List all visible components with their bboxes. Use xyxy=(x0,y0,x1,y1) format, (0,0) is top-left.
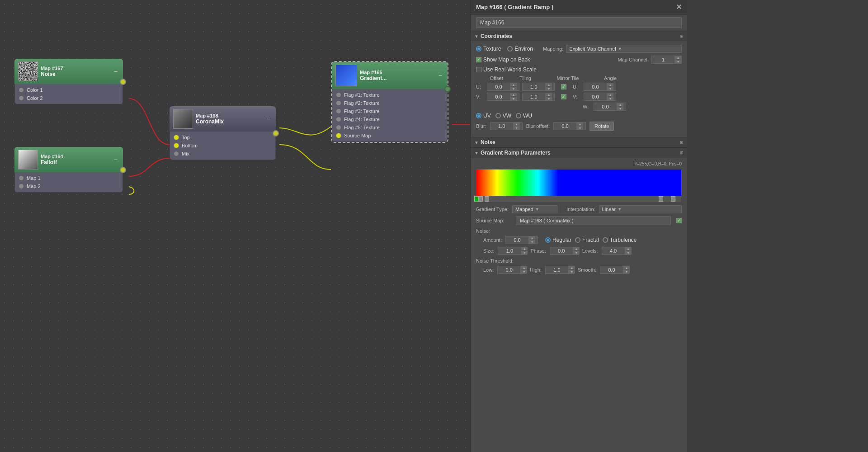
v-offset-spinner[interactable]: ▲ ▼ xyxy=(487,93,519,101)
falloff-output-socket[interactable] xyxy=(120,167,126,173)
map-channel-spinner[interactable]: ▲ ▼ xyxy=(651,56,682,64)
v-angle-spinner[interactable]: ▲ ▼ xyxy=(584,93,616,101)
show-map-back-checkbox[interactable]: ✓ Show Map on Back xyxy=(476,56,530,63)
u-tiling-input[interactable] xyxy=(523,83,545,90)
smooth-down[interactable]: ▼ xyxy=(623,270,630,273)
v-offset-down[interactable]: ▼ xyxy=(510,97,517,100)
gradient-stop-1[interactable] xyxy=(478,196,483,202)
coronamix-node-header[interactable]: Map #168 CoronaMix − xyxy=(170,106,276,132)
gradient-ramp-container[interactable] xyxy=(476,169,682,202)
phase-input[interactable] xyxy=(550,247,573,254)
gradient-flag3-socket[interactable] xyxy=(336,108,341,114)
panel-close-btn[interactable]: ✕ xyxy=(676,3,682,11)
noise-minimize-btn[interactable]: − xyxy=(112,67,119,76)
noise-output-socket[interactable] xyxy=(120,79,126,85)
regular-radio[interactable]: Regular xyxy=(545,237,571,243)
smooth-input[interactable] xyxy=(600,266,623,273)
gradient-type-dropdown[interactable]: Mapped ▼ xyxy=(512,205,557,213)
u-tiling-spinner[interactable]: ▲ ▼ xyxy=(522,83,555,91)
rotate-button[interactable]: Rotate xyxy=(590,122,614,131)
u-tiling-up[interactable]: ▲ xyxy=(546,83,552,87)
u-angle-input[interactable] xyxy=(584,83,607,90)
gradient-minimize-btn[interactable]: − xyxy=(437,71,444,80)
noise-node-header[interactable]: Map #167 Noise − xyxy=(14,59,123,84)
w-angle-input[interactable] xyxy=(594,103,617,110)
v-tiling-up[interactable]: ▲ xyxy=(546,93,552,97)
source-map-enabled[interactable]: ✓ xyxy=(676,218,682,223)
blur-offset-up[interactable]: ▲ xyxy=(577,122,583,126)
levels-down[interactable]: ▼ xyxy=(625,251,632,254)
blur-down[interactable]: ▼ xyxy=(514,126,520,130)
source-map-field[interactable]: Map #168 ( CoronaMix ) xyxy=(516,216,671,225)
wu-radio[interactable]: WU xyxy=(516,113,532,119)
size-input[interactable] xyxy=(498,247,521,254)
gradient-stops[interactable] xyxy=(476,196,682,202)
u-offset-spinner[interactable]: ▲ ▼ xyxy=(487,83,519,91)
gradient-stop-2[interactable] xyxy=(485,196,489,202)
gradient-flag2-socket[interactable] xyxy=(336,100,341,106)
v-tiling-spinner[interactable]: ▲ ▼ xyxy=(522,93,555,101)
v-offset-input[interactable] xyxy=(487,93,510,100)
noise-color2-socket[interactable] xyxy=(19,95,24,101)
gradient-flag4-socket[interactable] xyxy=(336,117,341,122)
v-angle-up[interactable]: ▲ xyxy=(607,93,613,97)
falloff-map2-socket[interactable] xyxy=(19,184,24,189)
gradient-node-header[interactable]: Map #166 Gradient... − xyxy=(332,62,448,89)
turbulence-radio[interactable]: Turbulence xyxy=(603,237,637,243)
gradient-stop-4[interactable] xyxy=(671,196,675,202)
blur-offset-down[interactable]: ▼ xyxy=(577,126,583,130)
phase-up[interactable]: ▲ xyxy=(573,247,580,251)
low-up[interactable]: ▲ xyxy=(521,266,527,270)
noise-color1-socket[interactable] xyxy=(19,87,24,93)
coronamix-mix-socket[interactable] xyxy=(174,151,179,156)
u-offset-down[interactable]: ▼ xyxy=(510,87,517,90)
falloff-node-header[interactable]: Map #164 Falloff − xyxy=(14,147,123,172)
gradient-stop-3[interactable] xyxy=(659,196,663,202)
coronamix-minimize-btn[interactable]: − xyxy=(265,114,272,123)
amount-spinner[interactable]: ▲ ▼ xyxy=(505,236,538,244)
blur-up[interactable]: ▲ xyxy=(514,122,520,126)
map-channel-down[interactable]: ▼ xyxy=(675,60,681,63)
node-canvas[interactable]: Map #167 Noise − Color 1 Color 2 Map #16… xyxy=(0,0,470,452)
high-down[interactable]: ▼ xyxy=(569,270,575,273)
v-angle-down[interactable]: ▼ xyxy=(607,97,613,100)
gradient-flag1-socket[interactable] xyxy=(336,92,341,98)
v-angle-input[interactable] xyxy=(584,93,607,100)
levels-input[interactable] xyxy=(602,247,625,254)
u-offset-up[interactable]: ▲ xyxy=(510,83,517,87)
blur-spinner[interactable]: ▲ ▼ xyxy=(490,122,523,130)
phase-down[interactable]: ▼ xyxy=(573,251,580,254)
amount-up[interactable]: ▲ xyxy=(529,236,535,240)
low-spinner[interactable]: ▲ ▼ xyxy=(497,266,526,274)
fractal-radio[interactable]: Fractal xyxy=(575,237,599,243)
u-angle-down[interactable]: ▼ xyxy=(607,87,613,90)
v-tiling-down[interactable]: ▼ xyxy=(546,97,552,100)
low-input[interactable] xyxy=(498,266,520,273)
real-world-checkbox[interactable]: Use Real-World Scale xyxy=(476,66,537,73)
amount-down[interactable]: ▼ xyxy=(529,240,535,244)
v-offset-up[interactable]: ▲ xyxy=(510,93,517,97)
size-up[interactable]: ▲ xyxy=(521,247,528,251)
u-tiling-down[interactable]: ▼ xyxy=(546,87,552,90)
high-spinner[interactable]: ▲ ▼ xyxy=(545,266,574,274)
low-down[interactable]: ▼ xyxy=(521,270,527,273)
high-up[interactable]: ▲ xyxy=(569,266,575,270)
map-channel-up[interactable]: ▲ xyxy=(675,56,681,60)
gradient-flag5-socket[interactable] xyxy=(336,125,341,130)
blur-input[interactable] xyxy=(491,122,513,130)
interpolation-dropdown[interactable]: Linear ▼ xyxy=(599,205,682,213)
gradient-output-socket[interactable] xyxy=(444,86,451,92)
smooth-up[interactable]: ▲ xyxy=(623,266,630,270)
amount-input[interactable] xyxy=(506,236,528,244)
smooth-spinner[interactable]: ▲ ▼ xyxy=(600,266,629,274)
environ-radio[interactable]: Environ xyxy=(507,46,533,52)
falloff-minimize-btn[interactable]: − xyxy=(112,155,119,164)
panel-name-input[interactable] xyxy=(476,17,682,28)
coronamix-output-socket[interactable] xyxy=(273,130,279,137)
u-offset-input[interactable] xyxy=(487,83,510,90)
gradient-sourcemap-socket[interactable] xyxy=(336,133,341,138)
mapping-dropdown[interactable]: Explicit Map Channel ▼ xyxy=(566,45,682,53)
levels-spinner[interactable]: ▲ ▼ xyxy=(602,247,631,255)
w-angle-up[interactable]: ▲ xyxy=(617,103,623,107)
falloff-map1-socket[interactable] xyxy=(19,175,24,181)
